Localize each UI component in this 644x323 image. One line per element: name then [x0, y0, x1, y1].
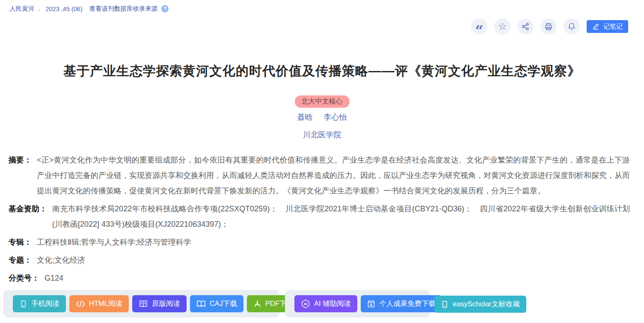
print-icon [544, 22, 553, 31]
abstract-text: <正>黄河文化作为中华文明的重要组成部分，如今依旧有其重要的时代价值和传播意义。… [37, 152, 630, 199]
album-row: 专辑： 工程科技Ⅱ辑;哲学与人文科学;经济与管理科学 [9, 234, 630, 250]
pencil-icon [592, 23, 600, 30]
caj-download-button[interactable]: CAJ下载 [190, 295, 243, 312]
mobile-phone-icon [19, 300, 27, 308]
ai-hexagon-icon: AI [301, 299, 310, 308]
help-icon[interactable]: ? [161, 5, 169, 12]
favorite-button[interactable]: ☆ [494, 18, 510, 35]
topic-label: 专题： [9, 252, 32, 268]
print-button[interactable] [540, 18, 557, 35]
button-label: 个人成果免费下载 [379, 299, 436, 308]
topic-text: 文化;文化经济 [37, 252, 630, 268]
html-read-button[interactable]: HTML阅读 [69, 295, 129, 312]
ai-assist-read-button[interactable]: AI AI 辅助阅读 [294, 295, 357, 312]
original-read-button[interactable]: 原版阅读 [132, 295, 187, 312]
clc-label: 分类号： [9, 270, 39, 286]
funding-text: 南充市科学技术局2022年市校科技战略合作专项(22SXQT0259)； 川北医… [52, 201, 630, 232]
easyscholar-collect-button[interactable]: easyScholar文献收藏 [434, 296, 526, 313]
notification-bell-icon [567, 22, 576, 31]
take-notes-button[interactable]: 记笔记 [587, 20, 628, 33]
button-label: 原版阅读 [152, 299, 180, 308]
journal-name-link[interactable]: 人民黄河 [9, 5, 34, 13]
journal-info-bar: 人民黄河 ． 2023 ,45 (06) 查看该刊数据库收录来源 ? [0, 0, 644, 13]
abstract-label: 摘要： [9, 152, 32, 168]
code-icon [76, 300, 85, 308]
journal-separator: ． [36, 5, 42, 13]
core-journal-badge: 北大中文核心 [295, 95, 350, 108]
author-list: 聂晗 李心怡 [0, 112, 644, 122]
album-text: 工程科技Ⅱ辑;哲学与人文科学;经济与管理科学 [37, 234, 630, 250]
affiliation-link[interactable]: 川北医学院 [303, 130, 341, 139]
funding-label: 基金资助： [9, 201, 47, 216]
assist-tray: AI AI 辅助阅读 个人成果免费下载 [285, 290, 430, 317]
notification-button[interactable] [564, 18, 580, 35]
download-box-icon [367, 300, 375, 308]
button-label: easyScholar文献收藏 [453, 299, 520, 309]
favorite-star-icon: ☆ [498, 21, 507, 31]
mobile-read-button[interactable]: 手机阅读 [13, 295, 66, 312]
abstract-row: 摘要： <正>黄河文化作为中华文明的重要组成部分，如今依旧有其重要的时代价值和传… [9, 152, 630, 199]
badge-row: 北大中文核心 [0, 95, 644, 108]
button-label: HTML阅读 [89, 299, 122, 308]
clc-row: 分类号： G124 [9, 270, 630, 286]
personal-free-download-button[interactable]: 个人成果免费下载 [361, 295, 442, 312]
pdf-reader-icon [253, 300, 261, 308]
take-notes-label: 记笔记 [603, 23, 623, 31]
article-action-bar: “ ☆ 记笔记 [471, 18, 628, 35]
button-label: AI 辅助阅读 [314, 299, 351, 308]
quote-citation-button[interactable]: “ [471, 18, 487, 35]
open-book-icon [196, 300, 206, 308]
album-label: 专辑： [9, 234, 32, 250]
share-icon [521, 22, 530, 31]
author-link[interactable]: 聂晗 [297, 112, 313, 122]
affiliation-row: 川北医学院 [0, 130, 644, 140]
open-book-pages-icon [139, 300, 148, 308]
article-meta-section: 摘要： <正>黄河文化作为中华文明的重要组成部分，如今依旧有其重要的时代价值和传… [0, 152, 644, 286]
clc-text: G124 [45, 270, 630, 286]
share-button[interactable] [517, 18, 534, 35]
journal-issue: 2023 ,45 (06) [46, 6, 83, 12]
database-source-link[interactable]: 查看该刊数据库收录来源 [89, 5, 158, 13]
bottom-toolbar: 手机阅读 HTML阅读 原版阅读 CAJ下载 [0, 290, 644, 323]
page-title: 基于产业生态学探索黄河文化的时代价值及传播策略——评《黄河文化产业生态学观察》 [26, 62, 618, 80]
author-link[interactable]: 李心怡 [324, 112, 347, 122]
button-label: CAJ下载 [210, 299, 237, 308]
tablet-icon [441, 300, 449, 308]
read-download-tray: 手机阅读 HTML阅读 原版阅读 CAJ下载 [3, 290, 279, 317]
funding-row: 基金资助： 南充市科学技术局2022年市校科技战略合作专项(22SXQT0259… [9, 201, 630, 232]
button-label: 手机阅读 [31, 299, 59, 308]
topic-row: 专题： 文化;文化经济 [9, 252, 630, 268]
svg-text:AI: AI [304, 302, 307, 306]
